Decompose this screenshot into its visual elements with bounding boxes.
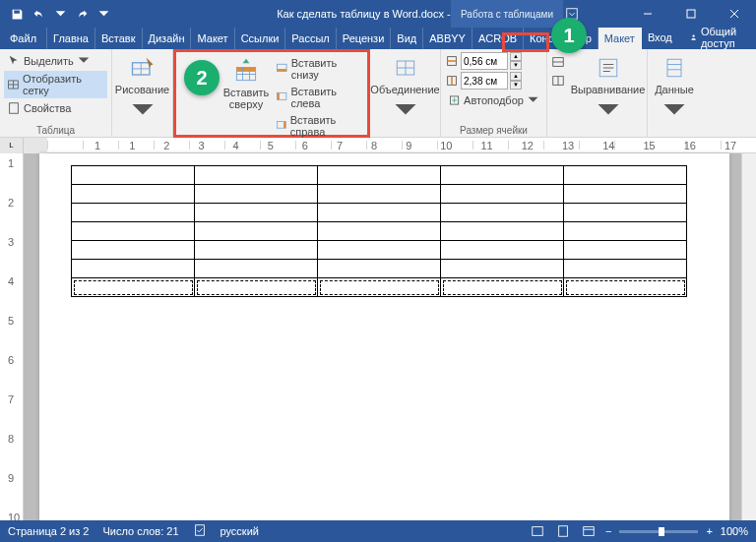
table-cell[interactable]	[441, 241, 564, 260]
table-cell[interactable]	[318, 241, 441, 260]
document-table[interactable]	[71, 165, 687, 297]
autofit-button[interactable]: Автоподбор	[445, 91, 542, 109]
table-cell[interactable]	[72, 204, 195, 222]
table-cell[interactable]	[72, 166, 195, 185]
svg-rect-45	[559, 526, 568, 537]
table-cell[interactable]	[318, 185, 441, 204]
undo-dropdown[interactable]	[49, 3, 71, 25]
table-cell[interactable]	[195, 241, 318, 260]
insert-left-button[interactable]: Вставить слева	[273, 84, 363, 111]
group-data: Данные	[648, 49, 701, 138]
svg-rect-40	[667, 59, 681, 77]
group-cell-size-label: Размер ячейки	[445, 125, 542, 138]
redo-button[interactable]	[71, 3, 93, 25]
table-cell[interactable]	[318, 166, 441, 185]
data-button[interactable]: Данные	[651, 52, 698, 127]
tab-insert[interactable]: Вставк	[95, 28, 143, 49]
table-cell[interactable]	[195, 222, 318, 241]
callout-1: 1	[551, 18, 587, 53]
svg-rect-14	[236, 68, 255, 72]
tab-references[interactable]: Ссылки	[235, 28, 286, 49]
column-width-input[interactable]: ▲▼	[445, 72, 542, 90]
tab-layout[interactable]: Макет	[191, 28, 234, 49]
tab-design[interactable]: Дизайн	[143, 28, 192, 49]
insert-above-button[interactable]: Вставить сверху	[221, 55, 271, 112]
table-cell[interactable]	[72, 185, 195, 204]
svg-rect-44	[533, 527, 543, 536]
tab-table-layout[interactable]: Макет	[598, 28, 642, 49]
print-layout-button[interactable]	[554, 522, 572, 540]
undo-button[interactable]	[28, 3, 49, 25]
table-cell[interactable]	[564, 278, 687, 297]
tab-file[interactable]: Файл	[0, 28, 47, 49]
table-cell[interactable]	[72, 278, 195, 297]
table-cell[interactable]	[195, 278, 318, 297]
close-button[interactable]	[713, 0, 756, 28]
contextual-tab-header: Работа с таблицами	[451, 0, 563, 28]
table-cell[interactable]	[564, 260, 687, 278]
web-layout-button[interactable]	[580, 522, 598, 540]
properties-button[interactable]: Свойства	[4, 99, 107, 117]
table-cell[interactable]	[441, 222, 564, 241]
language-indicator[interactable]: русский	[220, 525, 259, 537]
table-cell[interactable]	[72, 260, 195, 278]
table-cell[interactable]	[72, 222, 195, 241]
table-cell[interactable]	[441, 204, 564, 222]
table-cell[interactable]	[564, 222, 687, 241]
table-cell[interactable]	[441, 166, 564, 185]
share-button[interactable]: Общий доступ	[684, 26, 750, 49]
vertical-ruler[interactable]: 1234567891011	[0, 153, 24, 531]
qat-customize[interactable]	[93, 3, 114, 25]
table-cell[interactable]	[195, 260, 318, 278]
table-cell[interactable]	[564, 185, 687, 204]
spellcheck-icon[interactable]	[193, 523, 207, 539]
insert-right-button[interactable]: Вставить справа	[273, 112, 363, 140]
table-cell[interactable]	[441, 278, 564, 297]
zoom-in-button[interactable]: +	[706, 525, 712, 537]
table-cell[interactable]	[195, 185, 318, 204]
word-count[interactable]: Число слов: 21	[102, 525, 178, 537]
table-cell[interactable]	[441, 260, 564, 278]
row-height-input[interactable]: ▲▼	[445, 52, 542, 70]
minimize-button[interactable]	[626, 0, 669, 28]
save-button[interactable]	[6, 3, 28, 25]
table-cell[interactable]	[564, 166, 687, 185]
group-drawing: Рисование	[112, 49, 173, 138]
select-button[interactable]: Выделить	[4, 52, 107, 70]
group-cell-size: ▲▼ ▲▼ Автоподбор Размер ячейки	[441, 49, 547, 138]
table-cell[interactable]	[318, 278, 441, 297]
distribute-cols-button[interactable]	[549, 72, 567, 90]
tab-abbyy[interactable]: ABBYY	[423, 28, 472, 49]
vertical-scrollbar[interactable]	[741, 153, 756, 531]
tab-view[interactable]: Вид	[391, 28, 423, 49]
merge-button[interactable]: Объединение	[366, 52, 443, 127]
tab-home[interactable]: Главна	[47, 28, 95, 49]
horizontal-ruler[interactable]: 11234567891011121314151617181920	[47, 138, 756, 153]
tab-review[interactable]: Рецензи	[337, 28, 392, 49]
table-cell[interactable]	[318, 204, 441, 222]
zoom-slider[interactable]	[619, 530, 698, 533]
group-merge: Объединение	[370, 49, 441, 138]
distribute-rows-button[interactable]	[549, 53, 567, 71]
table-cell[interactable]	[72, 241, 195, 260]
drawing-button[interactable]: Рисование	[111, 52, 173, 127]
zoom-out-button[interactable]: −	[605, 525, 611, 537]
table-cell[interactable]	[564, 241, 687, 260]
alignment-button[interactable]: Выравнивание	[567, 52, 650, 127]
table-cell[interactable]	[318, 260, 441, 278]
insert-below-button[interactable]: Вставить снизу	[273, 55, 363, 83]
zoom-level[interactable]: 100%	[721, 525, 748, 537]
tab-mailings[interactable]: Рассыл	[285, 28, 336, 49]
table-cell[interactable]	[195, 204, 318, 222]
callout-highlight-tab	[502, 32, 549, 52]
login-link[interactable]: Вход	[642, 31, 678, 43]
page-indicator[interactable]: Страница 2 из 2	[8, 525, 89, 537]
table-cell[interactable]	[564, 204, 687, 222]
table-cell[interactable]	[195, 166, 318, 185]
maximize-button[interactable]	[669, 0, 713, 28]
page[interactable]	[39, 153, 729, 531]
focus-mode-button[interactable]	[529, 522, 546, 540]
table-cell[interactable]	[441, 185, 564, 204]
table-cell[interactable]	[318, 222, 441, 241]
show-grid-button[interactable]: Отобразить сетку	[4, 71, 107, 98]
